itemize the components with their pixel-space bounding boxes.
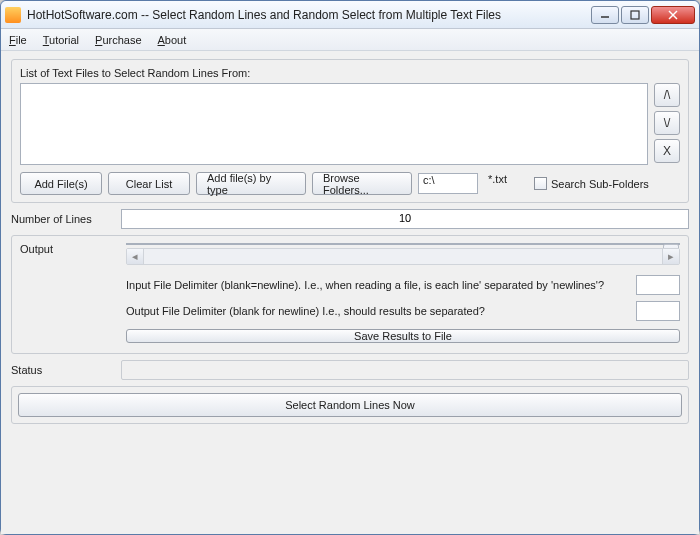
output-textbox[interactable] bbox=[126, 243, 680, 245]
maximize-button[interactable] bbox=[621, 6, 649, 24]
num-lines-label: Number of Lines bbox=[11, 213, 111, 225]
output-delim-label: Output File Delimiter (blank for newline… bbox=[126, 305, 630, 317]
move-up-button[interactable]: /\ bbox=[654, 83, 680, 107]
app-window: HotHotSoftware.com -- Select Random Line… bbox=[0, 0, 700, 535]
output-delim-input[interactable] bbox=[636, 301, 680, 321]
move-down-button[interactable]: \/ bbox=[654, 111, 680, 135]
output-label: Output bbox=[20, 243, 116, 343]
num-lines-row: Number of Lines 10 bbox=[11, 209, 689, 229]
menubar: File Tutorial Purchase About bbox=[1, 29, 699, 51]
add-files-button[interactable]: Add File(s) bbox=[20, 172, 102, 195]
file-listbox[interactable] bbox=[20, 83, 648, 165]
add-by-type-button[interactable]: Add file(s) by type bbox=[196, 172, 306, 195]
menu-about[interactable]: About bbox=[158, 34, 187, 46]
search-subfolders-row: Search Sub-Folders bbox=[534, 177, 649, 190]
close-button[interactable] bbox=[651, 6, 695, 24]
client-area: List of Text Files to Select Random Line… bbox=[1, 51, 699, 534]
status-box bbox=[121, 360, 689, 380]
select-random-lines-button[interactable]: Select Random Lines Now bbox=[18, 393, 682, 417]
input-delim-input[interactable] bbox=[636, 275, 680, 295]
scroll-right-icon[interactable]: ▸ bbox=[662, 249, 679, 264]
remove-button[interactable]: X bbox=[654, 139, 680, 163]
clear-list-button[interactable]: Clear List bbox=[108, 172, 190, 195]
input-delim-row: Input File Delimiter (blank=newline). I.… bbox=[126, 275, 680, 295]
window-controls bbox=[591, 6, 695, 24]
num-lines-input[interactable]: 10 bbox=[121, 209, 689, 229]
search-subfolders-label: Search Sub-Folders bbox=[551, 178, 649, 190]
reorder-buttons: /\ \/ X bbox=[654, 83, 680, 165]
folder-path-input[interactable]: c:\ bbox=[418, 173, 478, 194]
app-icon bbox=[5, 7, 21, 23]
action-group: Select Random Lines Now bbox=[11, 386, 689, 424]
input-delim-label: Input File Delimiter (blank=newline). I.… bbox=[126, 279, 630, 291]
minimize-button[interactable] bbox=[591, 6, 619, 24]
save-results-button[interactable]: Save Results to File bbox=[126, 329, 680, 343]
window-title: HotHotSoftware.com -- Select Random Line… bbox=[27, 8, 591, 22]
output-delim-row: Output File Delimiter (blank for newline… bbox=[126, 301, 680, 321]
svg-rect-1 bbox=[631, 11, 639, 19]
menu-purchase[interactable]: Purchase bbox=[95, 34, 141, 46]
status-label: Status bbox=[11, 364, 111, 376]
output-group: Output ◂ ▸ Input File Delimiter (blank=n… bbox=[11, 235, 689, 354]
menu-tutorial[interactable]: Tutorial bbox=[43, 34, 79, 46]
browse-folders-button[interactable]: Browse Folders... bbox=[312, 172, 412, 195]
scroll-left-icon[interactable]: ◂ bbox=[127, 249, 144, 264]
status-row: Status bbox=[11, 360, 689, 380]
search-subfolders-checkbox[interactable] bbox=[534, 177, 547, 190]
output-column: ◂ ▸ Input File Delimiter (blank=newline)… bbox=[126, 243, 680, 343]
menu-file[interactable]: File bbox=[9, 34, 27, 46]
output-hscrollbar[interactable]: ◂ ▸ bbox=[126, 248, 680, 265]
file-list-heading: List of Text Files to Select Random Line… bbox=[20, 67, 680, 79]
titlebar: HotHotSoftware.com -- Select Random Line… bbox=[1, 1, 699, 29]
file-list-group: List of Text Files to Select Random Line… bbox=[11, 59, 689, 203]
file-toolbar: Add File(s) Clear List Add file(s) by ty… bbox=[20, 172, 680, 195]
file-ext-label: *.txt bbox=[484, 173, 528, 194]
